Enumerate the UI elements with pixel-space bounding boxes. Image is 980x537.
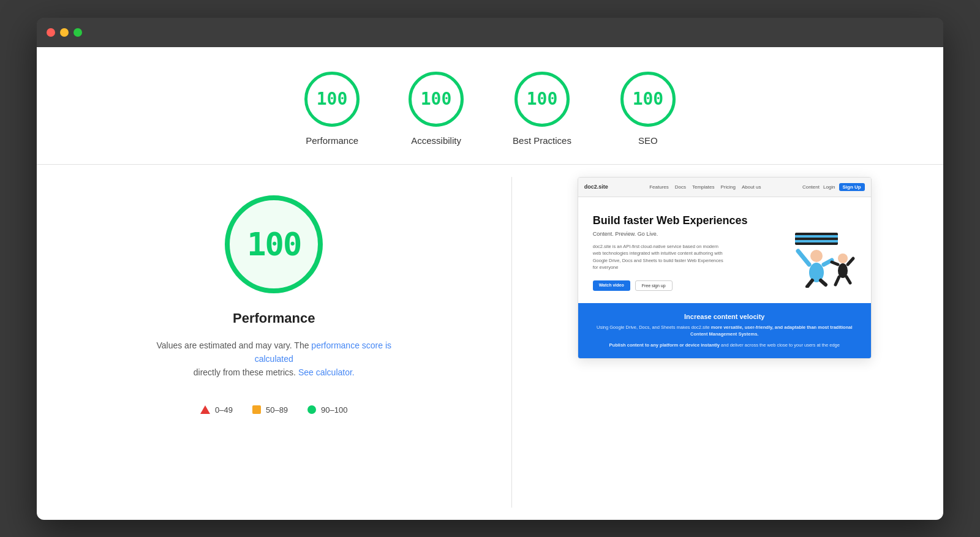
preview-login: Login [823,184,835,190]
score-item-accessibility: 100 Accessibility [409,72,464,146]
preview-nav-right: Content Login Sign Up [802,183,865,191]
accessibility-value: 100 [421,89,452,109]
legend: 0–49 50–89 90–100 [200,405,347,415]
best-practices-label: Best Practices [513,135,571,146]
svg-point-10 [838,253,848,263]
preview-blue-section: Increase content velocity Using Google D… [578,303,871,358]
left-panel: 100 Performance Values are estimated and… [37,165,511,520]
description-prefix: Values are estimated and may vary. The [156,340,309,350]
traffic-lights [47,28,82,37]
browser-window: 100 Performance 100 Accessibility 100 Be… [37,18,943,520]
seo-circle: 100 [620,72,676,127]
svg-line-12 [832,262,838,265]
svg-rect-8 [795,240,838,242]
svg-line-14 [846,277,850,283]
maximize-button[interactable] [74,28,82,37]
preview-hero: Build faster Web Experiences Content. Pr… [578,197,871,304]
accessibility-label: Accessibility [411,135,461,146]
performance-circle: 100 [304,72,360,127]
preview-hero-text: Build faster Web Experiences Content. Pr… [593,214,748,291]
big-score-value: 100 [247,226,301,263]
score-item-performance: 100 Performance [304,72,360,146]
preview-nav-features: Features [649,184,669,190]
preview-nav-templates: Templates [692,184,714,190]
browser-content: 100 Performance 100 Accessibility 100 Be… [37,47,943,520]
preview-topbar: doc2.site Features Docs Templates Pricin… [578,178,871,197]
preview-hero-title: Build faster Web Experiences [593,214,748,228]
score-item-seo: 100 SEO [620,72,676,146]
browser-titlebar [37,18,943,47]
preview-content-link: Content [802,184,820,190]
legend-item-mid: 50–89 [252,405,288,415]
svg-line-11 [848,258,853,265]
main-section: 100 Performance Values are estimated and… [37,165,943,520]
preview-free-button[interactable]: Free sign up [635,280,673,291]
minimize-button[interactable] [60,28,69,37]
legend-range-mid: 50–89 [266,405,288,415]
preview-blue-body2: Publish content to any platform or devic… [593,342,856,348]
legend-range-low: 0–49 [215,405,233,415]
svg-line-4 [807,280,812,287]
svg-line-5 [821,280,826,285]
svg-line-13 [835,277,839,285]
preview-logo: doc2.site [584,184,608,190]
svg-rect-7 [795,235,838,238]
accessibility-circle: 100 [409,72,464,127]
preview-signup-button[interactable]: Sign Up [839,183,865,191]
scores-section: 100 Performance 100 Accessibility 100 Be… [37,47,943,165]
svg-point-1 [810,250,823,262]
svg-line-2 [798,251,809,265]
triangle-icon [200,405,210,414]
preview-nav-docs: Docs [675,184,686,190]
best-practices-value: 100 [527,89,558,109]
preview-nav: Features Docs Templates Pricing About us [649,184,761,190]
legend-item-high: 90–100 [307,405,347,415]
legend-range-high: 90–100 [321,405,347,415]
legend-item-low: 0–49 [200,405,233,415]
preview-blue-title: Increase content velocity [593,313,856,320]
website-preview: doc2.site Features Docs Templates Pricin… [578,177,872,359]
preview-illustration [771,214,856,288]
preview-hero-subtitle: Content. Preview. Go Live. [593,231,748,237]
score-item-best-practices: 100 Best Practices [513,72,571,146]
svg-rect-6 [795,233,838,245]
seo-value: 100 [633,89,664,109]
preview-buttons: Watch video Free sign up [593,280,748,291]
best-practices-circle: 100 [514,72,570,127]
preview-hero-body: doc2.site is an API-first cloud-native s… [593,243,728,271]
preview-blue-body: Using Google Drive, Docs, and Sheets mak… [593,324,856,338]
performance-value: 100 [317,89,348,109]
preview-nav-pricing: Pricing [720,184,735,190]
right-panel: doc2.site Features Docs Templates Pricin… [512,165,944,520]
preview-watch-button[interactable]: Watch video [593,280,630,291]
preview-nav-about: About us [742,184,761,190]
big-score-label: Performance [233,310,315,326]
see-calculator-link[interactable]: See calculator. [298,367,355,377]
close-button[interactable] [47,28,55,37]
circle-icon [307,405,316,414]
seo-label: SEO [638,135,658,146]
big-score-circle: 100 [225,195,323,293]
performance-label: Performance [306,135,358,146]
description-middle: directly from these metrics. [194,367,296,377]
description-text: Values are estimated and may vary. The p… [145,339,402,380]
square-icon [252,405,261,414]
